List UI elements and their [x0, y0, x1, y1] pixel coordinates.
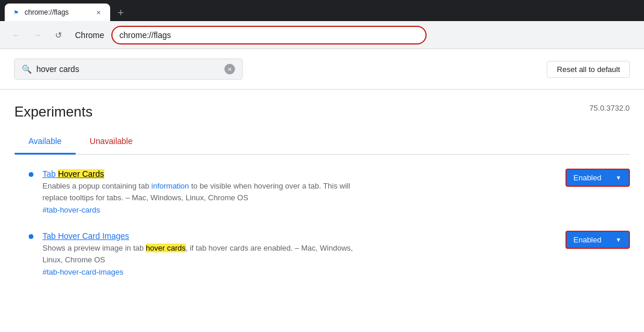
flag-control-2: Enabled ▼ [565, 231, 630, 249]
tab-close-button[interactable]: ✕ [94, 8, 103, 17]
experiments-header: Experiments 75.0.3732.0 [15, 104, 630, 120]
flag-item-tab-hover-card-images: Tab Hover Card Images Shows a preview im… [15, 231, 630, 276]
search-bar-area: 🔍 hover cards ✕ Reset all to default [0, 49, 644, 90]
flag-control: Enabled ▼ [565, 169, 630, 187]
flag-info-2: Tab Hover Card Images Shows a preview im… [43, 231, 556, 276]
browser-frame: ⚑ chrome://flags ✕ + ← → ↺ Chrome chrome… [0, 0, 644, 332]
active-tab[interactable]: ⚑ chrome://flags ✕ [5, 4, 110, 21]
search-icon: 🔍 [22, 64, 32, 74]
omnibox[interactable]: chrome://flags [111, 26, 427, 45]
tab-available[interactable]: Available [15, 129, 76, 155]
new-tab-button[interactable]: + [113, 5, 129, 21]
flag-item-tab-hover-cards: Tab Hover Cards Enables a popup containi… [15, 169, 630, 214]
flag-link[interactable]: #tab-hover-cards [43, 206, 556, 214]
flag-enabled-dropdown-2[interactable]: Enabled ▼ [565, 231, 630, 249]
dropdown-arrow-icon: ▼ [616, 174, 622, 181]
title-bar: ⚑ chrome://flags ✕ + [0, 0, 644, 21]
flag-description: Enables a popup containing tab informati… [43, 180, 556, 203]
refresh-button[interactable]: ↺ [49, 26, 68, 45]
enabled-label-2: Enabled [574, 235, 602, 244]
flag-dot-2-icon [29, 234, 33, 239]
flag-title-line-2: Tab Hover Card Images [43, 231, 556, 241]
flag-enabled-dropdown[interactable]: Enabled ▼ [565, 169, 630, 187]
tab-unavailable[interactable]: Unavailable [76, 129, 146, 155]
tab-favicon-icon: ⚑ [12, 8, 20, 16]
search-wrapper[interactable]: 🔍 hover cards ✕ [14, 59, 243, 80]
search-input[interactable]: hover cards [36, 64, 224, 74]
toolbar: ← → ↺ Chrome chrome://flags [0, 21, 644, 49]
tab-title: chrome://flags [25, 8, 89, 16]
flag-description-2: Shows a preview image in tab hover cards… [43, 242, 556, 265]
version-text: 75.0.3732.0 [590, 104, 630, 112]
flag-title-highlight: Hover Cards [58, 169, 104, 179]
page-content: 🔍 hover cards ✕ Reset all to default Exp… [0, 49, 644, 332]
tabs-row: Available Unavailable [15, 129, 630, 155]
forward-button[interactable]: → [28, 26, 47, 45]
reset-all-button[interactable]: Reset all to default [547, 61, 630, 78]
enabled-label: Enabled [574, 173, 602, 182]
back-button[interactable]: ← [7, 26, 26, 45]
flag-item: Tab Hover Cards Enables a popup containi… [29, 169, 630, 214]
flag-title-2[interactable]: Tab Hover Card Images [43, 231, 130, 241]
main-area: Experiments 75.0.3732.0 Available Unavai… [15, 90, 630, 307]
flag-link-2[interactable]: #tab-hover-card-images [43, 268, 556, 276]
browser-label: Chrome [75, 30, 104, 40]
flag-info: Tab Hover Cards Enables a popup containi… [43, 169, 556, 214]
flag-dot-icon [29, 172, 33, 177]
search-clear-button[interactable]: ✕ [224, 64, 235, 74]
flag-desc-blue: information [151, 182, 189, 190]
dropdown-arrow-2-icon: ▼ [616, 237, 622, 243]
page-title: Experiments [15, 104, 93, 120]
flag-desc-highlight: hover cards [146, 244, 186, 252]
omnibox-text: chrome://flags [120, 30, 418, 40]
flag-title[interactable]: Tab Hover Cards [43, 169, 104, 179]
flag-title-line: Tab Hover Cards [43, 169, 556, 179]
omnibox-container: Chrome chrome://flags [75, 26, 427, 45]
flag-item-2: Tab Hover Card Images Shows a preview im… [29, 231, 630, 276]
